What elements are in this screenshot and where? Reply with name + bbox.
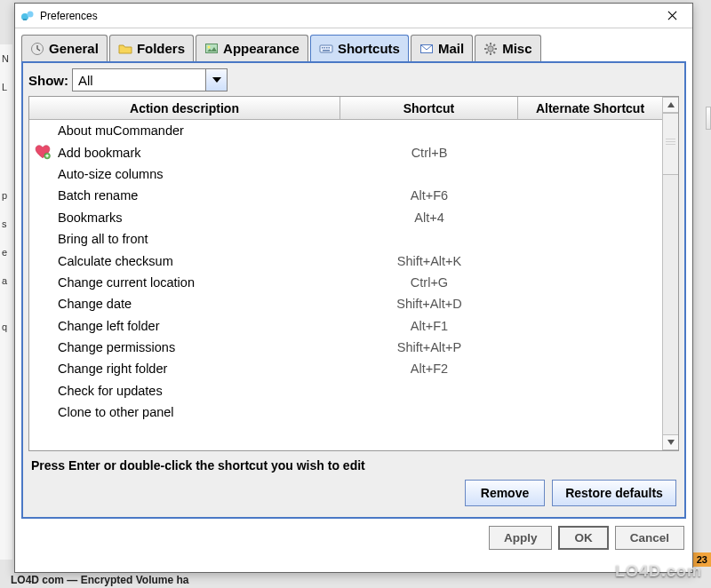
remove-button[interactable]: Remove	[465, 480, 545, 506]
shortcut-cell[interactable]: Alt+4	[340, 211, 518, 225]
background-footer-text: LO4D com — Encrypted Volume ha	[11, 574, 188, 586]
scroll-track[interactable]	[663, 113, 678, 434]
svg-rect-6	[320, 45, 332, 52]
close-icon	[667, 11, 677, 20]
show-select[interactable]: All	[72, 68, 228, 91]
action-buttons: Remove Restore defaults	[28, 480, 679, 512]
table-row[interactable]: Calculate checksumShift+Alt+K	[29, 250, 662, 271]
shortcut-cell[interactable]: Shift+Alt+D	[340, 297, 518, 311]
svg-rect-9	[326, 47, 328, 49]
cancel-button[interactable]: Cancel	[615, 526, 684, 550]
tab-label: Appearance	[223, 41, 300, 56]
svg-point-13	[488, 45, 493, 51]
tab-misc[interactable]: Misc	[475, 35, 540, 61]
tabs: General Folders Appearance Shortcuts Mai…	[21, 35, 686, 61]
preferences-dialog: Preferences General Folders Appearance S…	[14, 3, 693, 573]
table-row[interactable]: BookmarksAlt+4	[29, 207, 662, 228]
app-icon	[20, 9, 35, 23]
table-row[interactable]: Check for updates	[29, 380, 662, 401]
tab-appearance[interactable]: Appearance	[196, 35, 308, 61]
chevron-down-icon	[667, 440, 675, 445]
grid-body: About muCommanderAdd bookmarkCtrl+BAuto-…	[29, 120, 662, 450]
shortcut-cell[interactable]: Alt+F1	[340, 319, 518, 333]
grid-header: Action description Shortcut Alternate Sh…	[29, 97, 662, 120]
apply-button[interactable]: Apply	[489, 526, 553, 550]
table-row[interactable]: About muCommander	[29, 120, 662, 141]
action-cell: Bookmarks	[58, 211, 123, 225]
heart-add-icon	[35, 144, 52, 162]
background-right-fragment	[706, 107, 711, 130]
table-row[interactable]: Change left folderAlt+F1	[29, 315, 662, 337]
shortcut-cell[interactable]: Alt+F6	[340, 188, 518, 203]
shortcut-cell[interactable]: Shift+Alt+K	[340, 254, 518, 268]
show-label: Show:	[28, 73, 68, 88]
column-header-action[interactable]: Action description	[29, 97, 340, 119]
table-row[interactable]: Batch renameAlt+F6	[29, 185, 662, 206]
svg-rect-8	[324, 47, 325, 49]
dialog-buttons: Apply OK Cancel	[15, 519, 692, 558]
tab-label: Shortcuts	[338, 41, 400, 56]
vertical-scrollbar[interactable]	[662, 97, 678, 450]
action-cell: Change date	[58, 297, 132, 311]
svg-point-1	[28, 11, 34, 17]
tab-folders[interactable]: Folders	[109, 35, 194, 61]
dialog-body: General Folders Appearance Shortcuts Mai…	[15, 28, 692, 519]
gear-icon	[483, 42, 498, 56]
action-cell: Calculate checksum	[58, 254, 173, 268]
shortcut-cell[interactable]: Ctrl+B	[340, 146, 518, 160]
action-cell: Change permissions	[58, 340, 175, 354]
ok-button[interactable]: OK	[558, 526, 608, 550]
svg-rect-11	[323, 50, 330, 52]
restore-defaults-button[interactable]: Restore defaults	[552, 480, 676, 506]
table-row[interactable]: Bring all to front	[29, 228, 662, 250]
svg-rect-2	[23, 19, 27, 20]
action-cell: Clone to other panel	[58, 405, 174, 419]
shortcut-cell[interactable]: Alt+F2	[340, 362, 518, 376]
window-title: Preferences	[40, 10, 657, 22]
table-row[interactable]: Add bookmarkCtrl+B	[29, 141, 662, 163]
action-cell: About muCommander	[58, 123, 184, 138]
scroll-thumb[interactable]	[663, 113, 678, 175]
table-row[interactable]: Clone to other panel	[29, 401, 662, 423]
svg-rect-7	[322, 47, 324, 49]
table-row[interactable]: Change permissionsShift+Alt+P	[29, 337, 662, 358]
titlebar: Preferences	[15, 4, 692, 28]
tab-label: Folders	[137, 41, 185, 56]
action-cell: Change current location	[58, 275, 195, 290]
hint-text: Press Enter or double-click the shortcut…	[28, 451, 679, 480]
background-column-fragment: NLpseaq	[0, 44, 12, 560]
svg-point-5	[208, 45, 211, 48]
image-icon	[204, 42, 219, 56]
table-row[interactable]: Change dateShift+Alt+D	[29, 293, 662, 314]
tab-label: Mail	[438, 41, 464, 56]
keyboard-icon	[319, 42, 333, 56]
action-cell: Check for updates	[58, 384, 163, 398]
action-cell: Change right folder	[58, 362, 167, 376]
scroll-down-button[interactable]	[663, 434, 678, 450]
table-row[interactable]: Change current locationCtrl+G	[29, 272, 662, 293]
watermark: LO4D.com	[615, 562, 702, 581]
action-cell: Bring all to front	[58, 232, 148, 246]
tab-label: Misc	[502, 41, 531, 56]
dropdown-arrow	[205, 69, 227, 91]
chevron-up-icon	[667, 102, 675, 107]
tab-shortcuts[interactable]: Shortcuts	[310, 35, 409, 61]
tab-panel: Show: All Action description Shortcut Al…	[21, 61, 686, 519]
action-cell: Add bookmark	[58, 146, 141, 160]
svg-rect-10	[328, 47, 330, 49]
column-header-alt[interactable]: Alternate Shortcut	[518, 97, 662, 119]
clock-icon	[30, 42, 44, 56]
show-filter-row: Show: All	[28, 68, 679, 91]
shortcut-cell[interactable]: Shift+Alt+P	[340, 340, 518, 354]
column-header-shortcut[interactable]: Shortcut	[340, 97, 518, 119]
tab-mail[interactable]: Mail	[411, 35, 473, 61]
scroll-up-button[interactable]	[663, 97, 678, 113]
table-row[interactable]: Auto-size columns	[29, 163, 662, 185]
chevron-down-icon	[212, 77, 221, 83]
tab-general[interactable]: General	[21, 35, 108, 61]
close-button[interactable]	[657, 6, 687, 26]
action-cell: Auto-size columns	[58, 167, 163, 181]
table-row[interactable]: Change right folderAlt+F2	[29, 358, 662, 379]
shortcut-cell[interactable]: Ctrl+G	[340, 275, 518, 290]
tab-label: General	[49, 41, 99, 56]
